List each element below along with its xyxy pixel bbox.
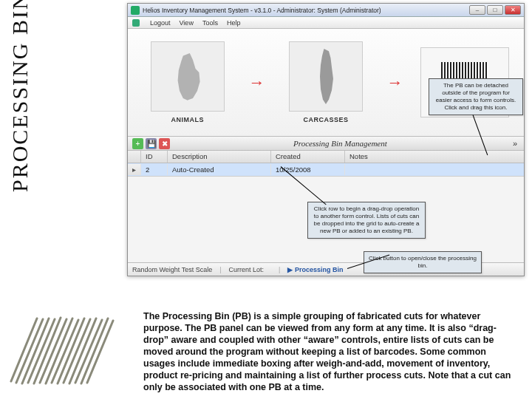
- flow-animals[interactable]: ANIMALS: [144, 41, 231, 123]
- row-marker: ▸: [128, 164, 141, 175]
- grid-header-id[interactable]: ID: [141, 151, 168, 163]
- grid-header: ID Description Created Notes: [128, 151, 524, 163]
- logout-icon[interactable]: [132, 19, 140, 27]
- app-icon: [131, 6, 140, 15]
- section-header: + 💾 ✖ Processing Bin Management »: [128, 136, 524, 151]
- titlebar[interactable]: Helios Inventory Management System - v3.…: [128, 4, 524, 17]
- grid-header-created[interactable]: Created: [271, 151, 345, 163]
- grid-header-description[interactable]: Description: [168, 151, 271, 163]
- toolbar-icons: + 💾 ✖: [132, 138, 170, 149]
- section-title: Processing Bin Management: [293, 139, 387, 148]
- table-row[interactable]: ▸ 2 Auto-Created 10/25/2008: [128, 163, 524, 176]
- bold-run: The Processing Bin (PB) is a simple grou…: [143, 311, 511, 392]
- animals-image: [151, 41, 225, 112]
- scribble-decoration: [7, 315, 117, 385]
- menu-logout[interactable]: Logout: [150, 19, 171, 27]
- window-controls: – □ ✕: [469, 5, 521, 15]
- left-column: PROCESSING BIN: [0, 0, 122, 399]
- status-sep: |: [219, 266, 221, 273]
- menu-help[interactable]: Help: [227, 19, 241, 27]
- close-button[interactable]: ✕: [505, 5, 521, 15]
- carcasses-image: [289, 41, 363, 112]
- status-sep: |: [279, 266, 280, 273]
- detach-handle[interactable]: »: [511, 139, 519, 148]
- flow-carcasses[interactable]: CARCASSES: [282, 41, 369, 123]
- callout-open: Click button to open/close the processin…: [364, 251, 482, 273]
- menu-tools[interactable]: Tools: [202, 19, 218, 27]
- status-processing-bin[interactable]: ▶ Processing Bin: [287, 266, 343, 273]
- callout-row: Click row to begin a drag-drop operation…: [307, 202, 426, 239]
- minimize-button[interactable]: –: [469, 5, 485, 15]
- cell-description: Auto-Created: [168, 164, 271, 175]
- grid-header-notes[interactable]: Notes: [345, 151, 524, 163]
- window-title: Helios Inventory Management System - v3.…: [143, 7, 381, 14]
- arrow-icon: →: [248, 73, 265, 92]
- delete-icon[interactable]: ✖: [159, 138, 170, 149]
- body-paragraph: The Processing Bin (PB) is a simple grou…: [143, 310, 520, 393]
- side-title: PROCESSING BIN: [7, 0, 33, 192]
- animals-label: ANIMALS: [144, 116, 231, 123]
- cell-notes: [345, 168, 524, 171]
- maximize-button[interactable]: □: [487, 5, 503, 15]
- callout-detach: The PB can be detached outside of the pr…: [429, 78, 523, 115]
- grid-header-marker: [128, 151, 141, 163]
- menubar: Logout View Tools Help: [128, 17, 524, 29]
- menu-view[interactable]: View: [180, 19, 194, 27]
- save-icon[interactable]: 💾: [146, 138, 157, 149]
- add-icon[interactable]: +: [132, 138, 143, 149]
- grid: ID Description Created Notes ▸ 2 Auto-Cr…: [128, 151, 524, 177]
- slide: PROCESSING BIN Helios Inventory Manageme…: [0, 0, 532, 399]
- carcasses-label: CARCASSES: [282, 116, 369, 123]
- titlebar-left: Helios Inventory Management System - v3.…: [131, 6, 381, 15]
- status-scale: Random Weight Test Scale: [132, 266, 212, 273]
- cell-created: 10/25/2008: [271, 164, 345, 175]
- status-lot-label: Current Lot:: [229, 266, 265, 273]
- arrow-icon: →: [387, 73, 403, 92]
- cell-id: 2: [141, 164, 168, 175]
